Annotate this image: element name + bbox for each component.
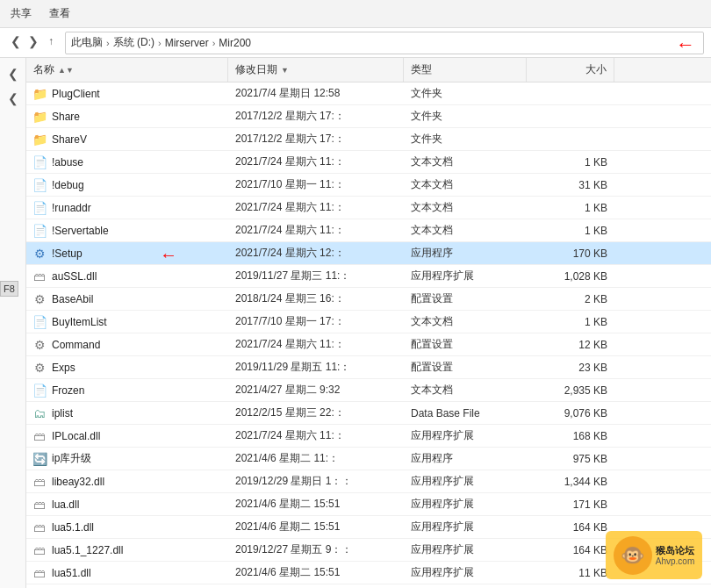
file-name-text: lua.dll bbox=[52, 498, 79, 511]
col-type[interactable]: 类型 bbox=[404, 58, 527, 82]
col-name[interactable]: 名称 ▲▼ bbox=[26, 58, 228, 82]
table-row[interactable]: 🔄 ip库升级 2021/4/6 星期二 11:： 应用程序 975 KB bbox=[26, 448, 711, 470]
breadcrumb-mirserver[interactable]: Mirserver bbox=[165, 37, 209, 49]
file-name-cell: 🗃 lua51.dll bbox=[26, 565, 228, 581]
file-size-cell: 2 KB bbox=[527, 293, 614, 305]
table-row[interactable]: 🗃 lua1015.dll 2018/10/15 星期一 9：： 应用程序扩展 … bbox=[26, 584, 711, 588]
file-name-text: Share bbox=[52, 111, 80, 123]
table-row[interactable]: 🗃 libeay32.dll 2019/12/29 星期日 1：： 应用程序扩展… bbox=[26, 470, 711, 493]
table-row[interactable]: 📄 !runaddr 2021/7/24 星期六 11:： 文本文档 1 KB bbox=[26, 197, 711, 219]
sort-icon-date: ▼ bbox=[281, 66, 289, 75]
table-row[interactable]: ⚙ Exps 2019/11/29 星期五 11:： 配置设置 23 KB bbox=[26, 356, 711, 379]
table-row[interactable]: 📁 ShareV 2017/12/2 星期六 17:： 文件夹 bbox=[26, 128, 711, 151]
col-date[interactable]: 修改日期 ▼ bbox=[228, 58, 404, 82]
file-name-text: libeay32.dll bbox=[52, 476, 104, 488]
file-icon: 📄 bbox=[32, 200, 47, 216]
db-icon: 🗂 bbox=[32, 405, 47, 421]
file-type-cell: 配置设置 bbox=[404, 291, 527, 306]
table-row[interactable]: 🗃 auSSL.dll 2019/11/27 星期三 11:： 应用程序扩展 1… bbox=[26, 265, 711, 288]
file-date-cell: 2021/7/24 星期六 12:： bbox=[228, 246, 404, 261]
main-area: ❮ ❮ 名称 ▲▼ 修改日期 ▼ 类型 大小 📁 PlugClient bbox=[0, 58, 711, 588]
sort-icon-name: ▲▼ bbox=[58, 66, 74, 75]
file-name-text: BaseAbil bbox=[52, 293, 93, 305]
breadcrumb-bar: ❮ ❯ ↑ 此电脑 › 系统 (D:) › Mirserver › Mir200… bbox=[0, 28, 711, 58]
table-row[interactable]: 📄 !Servertable 2021/7/24 星期六 11:： 文本文档 1… bbox=[26, 219, 711, 242]
file-date-cell: 2021/4/6 星期二 11:： bbox=[228, 451, 404, 466]
file-date-cell: 2019/12/27 星期五 9：： bbox=[228, 542, 404, 557]
left-nav-down[interactable]: ❮ bbox=[4, 90, 22, 107]
dll-icon: 🗃 bbox=[32, 269, 47, 284]
table-row[interactable]: 🗃 IPLocal.dll 2021/7/24 星期六 11:： 应用程序扩展 … bbox=[26, 425, 711, 448]
file-size-cell: 1,028 KB bbox=[527, 270, 614, 283]
file-date-cell: 2021/4/6 星期二 15:51 bbox=[228, 520, 404, 534]
up-button[interactable]: ↑ bbox=[42, 32, 60, 50]
column-headers: 名称 ▲▼ 修改日期 ▼ 类型 大小 bbox=[26, 58, 711, 82]
file-type-cell: 文件夹 bbox=[404, 132, 527, 147]
back-button[interactable]: ❮ bbox=[7, 32, 25, 50]
dll-icon: 🗃 bbox=[32, 428, 47, 444]
table-row[interactable]: 📄 Frozen 2021/4/27 星期二 9:32 文本文档 2,935 K… bbox=[26, 379, 711, 402]
file-name-text: ip库升级 bbox=[52, 451, 91, 466]
file-type-cell: 配置设置 bbox=[404, 360, 527, 375]
file-icon: 📄 bbox=[32, 383, 47, 398]
file-date-cell: 2017/7/10 星期一 17:： bbox=[228, 314, 404, 329]
table-row[interactable]: 📁 Share 2017/12/2 星期六 17:： 文件夹 bbox=[26, 105, 711, 128]
file-name-cell: ⚙ !Setup bbox=[26, 246, 228, 262]
file-name-cell: 📄 BuyItemList bbox=[26, 314, 228, 330]
file-name-cell: ⚙ Command bbox=[26, 337, 228, 353]
breadcrumb-mir200[interactable]: Mir200 bbox=[219, 37, 251, 49]
file-name-cell: 📁 PlugClient bbox=[26, 86, 228, 102]
file-date-cell: 2021/7/24 星期六 11:： bbox=[228, 428, 404, 443]
file-type-cell: 文本文档 bbox=[404, 200, 527, 215]
table-row[interactable]: ⚙ !Setup 2021/7/24 星期六 12:： 应用程序 170 KB bbox=[26, 242, 711, 265]
file-type-cell: 文本文档 bbox=[404, 154, 527, 169]
toolbar-share[interactable]: 共享 bbox=[7, 4, 35, 23]
table-row[interactable]: 📄 !abuse 2021/7/24 星期六 11:： 文本文档 1 KB bbox=[26, 151, 711, 174]
file-name-cell: 🗃 libeay32.dll bbox=[26, 474, 228, 490]
table-row[interactable]: 📁 PlugClient 2021/7/4 星期日 12:58 文件夹 bbox=[26, 82, 711, 105]
table-row[interactable]: 🗃 lua.dll 2021/4/6 星期二 15:51 应用程序扩展 171 … bbox=[26, 493, 711, 516]
file-type-cell: 文本文档 bbox=[404, 383, 527, 398]
file-size-cell: 23 KB bbox=[527, 362, 614, 374]
file-date-cell: 2021/7/24 星期六 11:： bbox=[228, 154, 404, 169]
file-icon: 📄 bbox=[32, 314, 47, 330]
file-name-cell: 🗃 lua5.1_1227.dll bbox=[26, 542, 228, 558]
file-name-text: lua51.dll bbox=[52, 567, 91, 579]
toolbar-view[interactable]: 查看 bbox=[46, 4, 74, 23]
file-size-cell: 1 KB bbox=[527, 202, 614, 214]
file-type-cell: 应用程序扩展 bbox=[404, 428, 527, 443]
file-type-cell: 配置设置 bbox=[404, 337, 527, 352]
breadcrumb-d[interactable]: 系统 (D:) bbox=[113, 35, 154, 50]
file-icon: 📄 bbox=[32, 154, 47, 170]
table-row[interactable]: 📄 BuyItemList 2017/7/10 星期一 17:： 文本文档 1 … bbox=[26, 311, 711, 333]
file-name-cell: 🗂 iplist bbox=[26, 405, 228, 421]
file-date-cell: 2019/11/27 星期三 11:： bbox=[228, 269, 404, 283]
file-name-cell: 📁 ShareV bbox=[26, 132, 228, 147]
file-type-cell: 文件夹 bbox=[404, 109, 527, 124]
file-name-cell: 🗃 lua.dll bbox=[26, 497, 228, 513]
file-type-cell: 文本文档 bbox=[404, 177, 527, 192]
table-row[interactable]: 🗂 iplist 2012/2/15 星期三 22:： Data Base Fi… bbox=[26, 402, 711, 425]
file-date-cell: 2021/4/27 星期二 9:32 bbox=[228, 383, 404, 398]
col-size[interactable]: 大小 bbox=[527, 58, 614, 82]
watermark-url: Ahvp.com bbox=[656, 556, 694, 566]
dll-icon: 🗃 bbox=[32, 474, 47, 490]
file-size-cell: 164 KB bbox=[527, 521, 614, 534]
file-date-cell: 2012/2/15 星期三 22:： bbox=[228, 405, 404, 420]
table-row[interactable]: 📄 !debug 2021/7/10 星期一 11:： 文本文档 31 KB bbox=[26, 174, 711, 197]
file-name-text: auSSL.dll bbox=[52, 270, 97, 283]
app-blue-icon: 🔄 bbox=[32, 451, 47, 467]
file-type-cell: 应用程序 bbox=[404, 451, 527, 466]
file-name-text: !abuse bbox=[52, 156, 83, 169]
table-row[interactable]: ⚙ BaseAbil 2018/1/24 星期三 16:： 配置设置 2 KB bbox=[26, 288, 711, 311]
file-name-cell: 🗃 IPLocal.dll bbox=[26, 428, 228, 444]
file-size-cell: 12 KB bbox=[527, 339, 614, 351]
file-size-cell: 9,076 KB bbox=[527, 407, 614, 419]
file-name-cell: 📄 !Servertable bbox=[26, 223, 228, 239]
breadcrumb-pc[interactable]: 此电脑 bbox=[71, 35, 103, 50]
watermark-sitename: 猴岛论坛 bbox=[656, 544, 694, 556]
table-row[interactable]: ⚙ Command 2021/7/24 星期六 11:： 配置设置 12 KB bbox=[26, 333, 711, 356]
file-date-cell: 2017/12/2 星期六 17:： bbox=[228, 109, 404, 124]
left-nav-up[interactable]: ❮ bbox=[4, 65, 22, 82]
forward-button[interactable]: ❯ bbox=[25, 32, 42, 50]
